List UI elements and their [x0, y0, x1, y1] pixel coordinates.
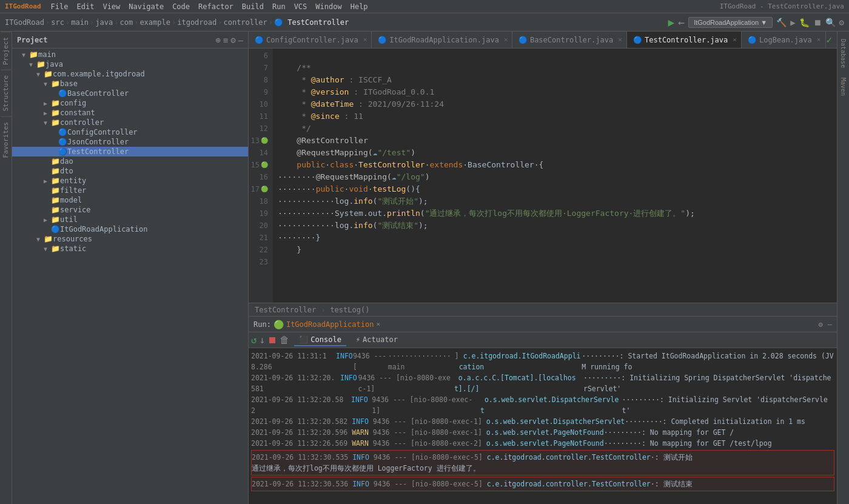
tree-item-resources[interactable]: ▼ 📁 resources: [12, 234, 248, 244]
settings-panel-icon[interactable]: ⚙: [230, 35, 235, 45]
left-vertical-tabs: Project Structure Favorites: [0, 32, 12, 504]
run-icon[interactable]: ▶: [790, 18, 795, 27]
log-line-4: 2021-09-26 11:32:20.582 INFO 9436 --- [n…: [251, 416, 834, 427]
tree-item-config[interactable]: ▶ 📁 config: [12, 98, 248, 108]
tree-item-controller[interactable]: ▼ 📁 controller: [12, 118, 248, 127]
log-line-7-highlighted: 2021-09-26 11:32:30.535 INFO 9436 --- [n…: [252, 452, 834, 463]
tree-item-java[interactable]: ▼ 📁 java: [12, 59, 248, 69]
minimize-run-icon[interactable]: —: [828, 320, 832, 329]
right-vtab-database[interactable]: Database: [839, 34, 848, 73]
menu-run[interactable]: Run: [269, 1, 289, 12]
breadcrumb-src[interactable]: src: [51, 18, 64, 27]
menu-window[interactable]: Window: [312, 1, 345, 12]
right-vtab-maven[interactable]: Maven: [839, 73, 848, 101]
tab-close-itgodapp[interactable]: ×: [504, 36, 508, 44]
stop-run-icon[interactable]: ⏹: [267, 334, 277, 346]
log-line-5: 2021-09-26 11:32:20.596 WARN 9436 --- [n…: [251, 427, 834, 438]
tab-close-testcontroller[interactable]: ×: [733, 36, 737, 44]
breadcrumb-com[interactable]: com: [119, 18, 133, 27]
tab-close-configcontroller[interactable]: ×: [363, 36, 367, 44]
tree-item-com[interactable]: ▼ 📁 com.example.itgodroad: [12, 69, 248, 79]
tab-testcontroller[interactable]: 🔵 TestController.java ×: [627, 32, 742, 48]
breadcrumb-main[interactable]: main: [71, 18, 89, 27]
tree-item-constant[interactable]: ▶ 📁 constant: [12, 108, 248, 118]
menu-build[interactable]: Build: [238, 1, 267, 12]
settings-run-icon[interactable]: ⚙: [819, 320, 823, 329]
clear-icon[interactable]: 🗑: [280, 334, 289, 346]
breadcrumb-testcontroller[interactable]: 🔵 TestController: [274, 18, 349, 27]
code-content[interactable]: /** * @author : ISCCF_A * @version : ITG…: [273, 49, 837, 303]
log-line-1: 2021-09-26 11:31:18.286 INFO 9436 --- [ …: [251, 351, 834, 372]
tree-item-basecontroller[interactable]: 🔵 BaseController: [12, 89, 248, 98]
tab-close-logbean[interactable]: ×: [817, 36, 821, 44]
tree-item-configcontroller[interactable]: 🔵 ConfigController: [12, 127, 248, 137]
vtab-structure[interactable]: Structure: [1, 70, 11, 116]
project-panel-header: Project ⊕ ≡ ⚙ —: [12, 32, 248, 49]
tree-item-itgodapp[interactable]: 🔵 ItGodRoadApplication: [12, 224, 248, 234]
debug-icon[interactable]: 🐛: [799, 18, 810, 27]
search-icon[interactable]: 🔍: [825, 18, 836, 27]
sync-icon[interactable]: ⊕: [215, 35, 220, 45]
run-label: Run:: [253, 320, 271, 329]
tree-item-service[interactable]: 📁 service: [12, 205, 248, 215]
menu-view[interactable]: View: [99, 1, 124, 12]
console-output: 2021-09-26 11:31:18.286 INFO 9436 --- [ …: [249, 348, 837, 504]
log-line-6: 2021-09-26 11:32:26.569 WARN 9436 --- [n…: [251, 438, 834, 449]
menu-navigate[interactable]: Navigate: [125, 1, 167, 12]
menu-code[interactable]: Code: [169, 1, 193, 12]
menu-help[interactable]: Help: [347, 1, 372, 12]
tree-item-main[interactable]: ▼ 📁 main: [12, 50, 248, 59]
tree-item-testcontroller[interactable]: 🔵 TestController: [12, 147, 248, 156]
breadcrumb-controller[interactable]: controller: [223, 18, 267, 27]
run-close-icon[interactable]: ×: [376, 320, 380, 328]
stop-icon[interactable]: ⏹: [813, 18, 822, 27]
breadcrumb-itgodroad2[interactable]: itgodroad: [177, 18, 216, 27]
build-icon[interactable]: 🔨: [776, 18, 787, 27]
tab-configcontroller[interactable]: 🔵 ConfigController.java ×: [249, 32, 372, 48]
run-header-actions: ⚙ —: [819, 320, 832, 329]
breadcrumb-java[interactable]: java: [95, 18, 113, 27]
toolbar: ITGodRoad › src › main › java › com › ex…: [0, 13, 849, 32]
tab-close-basecontroller[interactable]: ×: [618, 36, 622, 44]
line-numbers: 6 7 8 9 10 11 12 13 🟢 14 15 🟢 16 17 🟢 18…: [249, 49, 273, 303]
tree-item-jsoncontroller[interactable]: 🔵 JsonController: [12, 137, 248, 147]
panel-icons: ⊕ ≡ ⚙ —: [215, 35, 243, 45]
rerun-icon[interactable]: ↺: [251, 334, 257, 346]
tree-item-util[interactable]: ▶ 📁 util: [12, 215, 248, 224]
toolbar-actions: ▶ ← ItGodRoadApplication ▼ 🔨 ▶ 🐛 ⏹ 🔍 ⚙: [668, 16, 844, 29]
back-button[interactable]: ←: [678, 16, 685, 29]
settings-icon[interactable]: ⚙: [839, 18, 844, 27]
log-line-2: 2021-09-26 11:32:20.581 INFO 9436 --- [n…: [251, 372, 834, 394]
collapse-icon[interactable]: ≡: [223, 35, 228, 45]
run-config-dropdown[interactable]: ItGodRoadApplication ▼: [688, 17, 773, 28]
breadcrumb-example[interactable]: example: [139, 18, 170, 27]
menu-bar: ITGodRoad File Edit View Navigate Code R…: [0, 0, 849, 13]
tree-view: ▼ 📁 main ▼ 📁 java ▼ 📁 com.example.itgodr…: [12, 49, 248, 504]
tree-item-dto[interactable]: 📁 dto: [12, 166, 248, 176]
menu-edit[interactable]: Edit: [73, 1, 98, 12]
minimize-panel-icon[interactable]: —: [238, 35, 243, 45]
tab-logbean[interactable]: 🔵 LogBean.java ×: [742, 32, 826, 48]
vtab-favorites[interactable]: Favorites: [1, 116, 11, 163]
tree-item-static[interactable]: ▼ 📁 static: [12, 244, 248, 254]
menu-vcs[interactable]: VCS: [290, 1, 311, 12]
tree-item-dao[interactable]: 📁 dao: [12, 156, 248, 166]
run-tab-console[interactable]: ⬛ Console: [294, 334, 346, 346]
tree-item-entity[interactable]: ▶ 📁 entity: [12, 176, 248, 186]
run-button-toolbar[interactable]: ▶: [668, 16, 674, 29]
tree-item-model[interactable]: 📁 model: [12, 195, 248, 205]
scroll-down-icon[interactable]: ↓: [260, 334, 266, 346]
project-panel-title: Project: [17, 36, 48, 44]
tab-basecontroller[interactable]: 🔵 BaseController.java ×: [512, 32, 627, 48]
tree-item-base[interactable]: ▼ 📁 base: [12, 79, 248, 89]
run-panel: Run: 🟢 ItGodRoadApplication × ⚙ — ↺ ↓ ⏹ …: [249, 316, 837, 504]
vtab-project[interactable]: Project: [1, 32, 11, 70]
run-tab-actuator[interactable]: ⚡ Actuator: [351, 334, 403, 346]
breadcrumb-itgodroad[interactable]: ITGodRoad: [5, 18, 44, 27]
menu-file[interactable]: File: [47, 1, 72, 12]
code-editor[interactable]: 6 7 8 9 10 11 12 13 🟢 14 15 🟢 16 17 🟢 18…: [249, 49, 837, 303]
tab-itgodapp[interactable]: 🔵 ItGodRoadApplication.java ×: [372, 32, 512, 48]
project-panel: Project ⊕ ≡ ⚙ — ▼ 📁 main ▼ 📁 java: [12, 32, 249, 504]
tree-item-filter[interactable]: 📁 filter: [12, 186, 248, 195]
menu-refactor[interactable]: Refactor: [195, 1, 237, 12]
